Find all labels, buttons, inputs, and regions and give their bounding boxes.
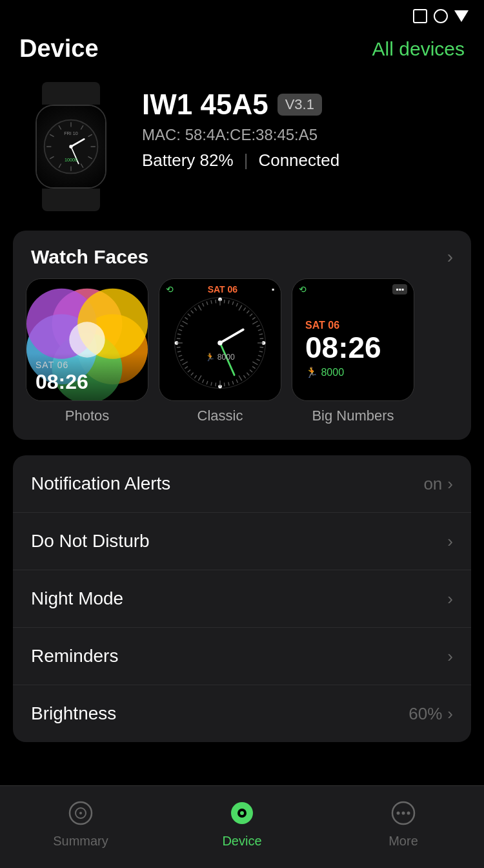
svg-point-99: [240, 811, 244, 815]
bignums-time: 08:26: [305, 333, 401, 362]
svg-point-93: [217, 340, 223, 346]
notification-alerts-label: Notification Alerts: [31, 473, 170, 494]
brightness-percent: 60%: [408, 704, 442, 724]
svg-line-50: [252, 362, 257, 365]
svg-point-103: [407, 812, 410, 815]
svg-line-90: [220, 329, 243, 343]
svg-line-78: [179, 329, 182, 331]
svg-line-41: [257, 326, 260, 327]
watch-face-photos-label: Photos: [65, 408, 110, 424]
night-mode-label: Night Mode: [31, 588, 123, 609]
do-not-disturb-item[interactable]: Do Not Disturb ›: [13, 513, 471, 570]
device-details: IW1 45A5 V3.1 MAC: 58:4A:CE:38:45:A5 Bat…: [142, 82, 465, 170]
svg-line-56: [236, 380, 237, 383]
svg-line-76: [177, 338, 181, 339]
tab-summary-label: Summary: [53, 834, 108, 849]
brightness-label: Brightness: [31, 703, 116, 724]
watch-face-bignums[interactable]: ⟲ ▪▪▪ SAT 06 08:26 🏃 8000 Big Numbers: [292, 278, 414, 424]
svg-line-85: [198, 305, 201, 311]
svg-line-64: [203, 380, 204, 383]
watch-faces-chevron: ›: [447, 247, 453, 267]
brightness-item[interactable]: Brightness 60% ›: [13, 685, 471, 742]
notification-alerts-item[interactable]: Notification Alerts on ›: [13, 455, 471, 513]
svg-line-39: [252, 317, 256, 319]
version-badge: V3.1: [277, 94, 322, 116]
svg-point-101: [397, 812, 400, 815]
svg-line-49: [257, 359, 260, 360]
svg-line-67: [191, 373, 194, 375]
signal-icon: [434, 9, 448, 23]
watch-faces-title: Watch Faces: [31, 246, 148, 268]
all-devices-link[interactable]: All devices: [372, 38, 465, 60]
status-bar: [0, 0, 484, 28]
device-name: IW1 45A5 V3.1: [142, 88, 465, 121]
watch-face-bignums-thumb: ⟲ ▪▪▪ SAT 06 08:26 🏃 8000: [292, 278, 414, 401]
reminders-item[interactable]: Reminders ›: [13, 628, 471, 685]
svg-text:🏃 8000: 🏃 8000: [205, 352, 235, 362]
status-separator: |: [244, 150, 248, 170]
night-mode-item[interactable]: Night Mode ›: [13, 570, 471, 628]
svg-line-80: [183, 321, 188, 324]
svg-line-33: [232, 302, 234, 305]
svg-line-71: [180, 359, 183, 360]
svg-line-63: [207, 381, 208, 384]
watch-face-bignums-label: Big Numbers: [312, 408, 394, 424]
svg-line-40: [252, 321, 257, 324]
svg-line-62: [211, 382, 212, 386]
svg-line-35: [239, 305, 242, 311]
svg-line-73: [177, 351, 181, 352]
svg-point-102: [402, 812, 405, 815]
svg-line-66: [194, 375, 196, 378]
watch-face-photos-thumb: SAT 06 08:26: [26, 278, 148, 401]
battery-icon: [413, 9, 427, 23]
svg-line-65: [198, 375, 201, 380]
watch-faces-header[interactable]: Watch Faces ›: [13, 231, 471, 278]
watch-strap-top: [42, 82, 100, 105]
watch-face-classic[interactable]: ⟲ SAT 06 ▪: [159, 278, 281, 424]
svg-line-54: [243, 375, 245, 378]
svg-line-37: [247, 311, 249, 313]
photos-overlay: SAT 06 08:26: [26, 353, 148, 400]
svg-line-79: [180, 326, 183, 327]
svg-line-59: [224, 383, 225, 387]
svg-line-83: [191, 311, 194, 313]
reminders-chevron: ›: [447, 646, 453, 666]
tab-more[interactable]: More: [323, 796, 484, 849]
svg-line-72: [179, 355, 182, 356]
watch-face-photos[interactable]: SAT 06 08:26 Photos: [26, 278, 148, 424]
watch-image: FRI 10 10000: [19, 82, 123, 211]
watch-face-classic-thumb: ⟲ SAT 06 ▪: [159, 278, 281, 401]
tab-bar: Summary Device More: [0, 785, 484, 868]
tab-summary[interactable]: Summary: [0, 796, 161, 849]
svg-line-74: [177, 347, 181, 347]
bignums-date: SAT 06: [305, 320, 401, 331]
photos-date: SAT 06: [35, 360, 139, 370]
svg-line-89: [216, 300, 216, 304]
night-mode-chevron: ›: [447, 589, 453, 609]
brightness-chevron: ›: [447, 704, 453, 724]
tab-device[interactable]: Device: [161, 796, 323, 849]
svg-line-58: [228, 382, 229, 386]
svg-line-81: [185, 317, 188, 319]
watch-face-classic-label: Classic: [197, 408, 243, 424]
svg-line-86: [203, 303, 204, 306]
svg-line-68: [188, 369, 190, 372]
svg-line-36: [243, 307, 245, 311]
svg-line-53: [247, 373, 249, 375]
svg-line-55: [239, 375, 242, 380]
main-content: Device All devices: [0, 0, 484, 848]
svg-line-57: [232, 381, 234, 384]
svg-line-77: [177, 334, 181, 335]
connection-status: Connected: [258, 150, 339, 170]
notification-alerts-value: on ›: [423, 474, 453, 494]
tab-device-label: Device: [222, 834, 261, 849]
device-mac: MAC: 58:4A:CE:38:45:A5: [142, 126, 465, 144]
watch-screen: FRI 10 10000: [35, 105, 106, 189]
svg-line-70: [183, 362, 188, 365]
watch-strap-bottom: [42, 189, 100, 211]
more-icon: [387, 796, 420, 830]
device-info-section: FRI 10 10000 IW1 45A5 V3.1 MAC: 58:4A:CE…: [0, 76, 484, 231]
svg-line-51: [252, 366, 256, 368]
svg-line-84: [194, 307, 196, 311]
svg-line-47: [259, 351, 263, 352]
